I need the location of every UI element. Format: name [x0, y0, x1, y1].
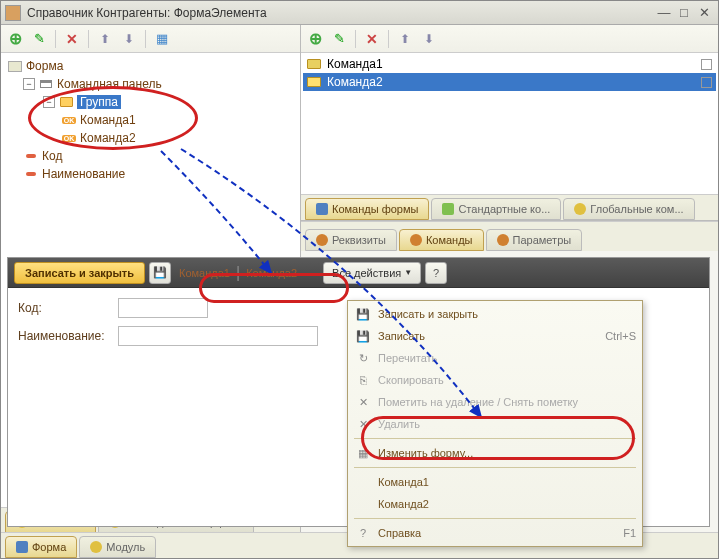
tab-rekvizity[interactable]: Реквизиты [305, 229, 397, 251]
tab-icon [497, 234, 509, 246]
menu-save[interactable]: 💾 Записать Ctrl+S [348, 325, 642, 347]
delete-button[interactable]: ✕ [62, 29, 82, 49]
folder-icon [307, 77, 321, 87]
menu-label: Справка [378, 527, 623, 539]
list-item[interactable]: Команда1 [303, 55, 716, 73]
checkbox[interactable] [701, 59, 712, 70]
code-label: Код: [18, 301, 118, 315]
shortcut: Ctrl+S [605, 330, 636, 342]
tab-icon [442, 203, 454, 215]
tab-form[interactable]: Форма [5, 536, 77, 558]
menu-cmd2[interactable]: Команда2 [348, 493, 642, 515]
save-button[interactable]: 💾 [149, 262, 171, 284]
tab-form-commands[interactable]: Команды формы [305, 198, 429, 220]
menu-reread[interactable]: ↻ Перечитать [348, 347, 642, 369]
menu-label: Скопировать [378, 374, 636, 386]
blank-icon [354, 474, 372, 490]
checkbox[interactable] [701, 77, 712, 88]
move-up-button[interactable]: ⬆ [395, 29, 415, 49]
menu-copy[interactable]: ⎘ Скопировать [348, 369, 642, 391]
toolbar-cmd2-link[interactable]: Команда2 [242, 267, 301, 279]
help-button[interactable]: ? [425, 262, 447, 284]
menu-change-form[interactable]: ▦ Изменить форму... [348, 442, 642, 464]
all-actions-menu: 💾 Записать и закрыть 💾 Записать Ctrl+S ↻… [347, 300, 643, 547]
add-button[interactable]: ⊕ [305, 29, 325, 49]
left-toolbar: ⊕ ✎ ✕ ⬆ ⬇ ▦ [1, 25, 300, 53]
save-icon: 💾 [354, 306, 372, 322]
tab-module[interactable]: Модуль [79, 536, 156, 558]
toolbar-cmd1-link[interactable]: Команда1 [175, 267, 234, 279]
save-icon: 💾 [354, 328, 372, 344]
code-input[interactable] [118, 298, 208, 318]
refresh-icon: ↻ [354, 350, 372, 366]
tab-icon [16, 541, 28, 553]
tab-parameters[interactable]: Параметры [486, 229, 583, 251]
tab-label: Параметры [513, 234, 572, 246]
tab-icon [316, 234, 328, 246]
list-label: Команда1 [327, 57, 383, 71]
button-label: Все действия [332, 267, 401, 279]
tab-commands[interactable]: Команды [399, 229, 484, 251]
move-down-button[interactable]: ⬇ [419, 29, 439, 49]
edit-button[interactable]: ✎ [329, 29, 349, 49]
list-item[interactable]: Команда2 [303, 73, 716, 91]
menu-help[interactable]: ? Справка F1 [348, 522, 642, 544]
close-button[interactable]: ✕ [694, 5, 714, 21]
tree-label-selected: Группа [77, 95, 121, 109]
tree-code[interactable]: Код [3, 147, 298, 165]
all-actions-button[interactable]: Все действия ▼ [323, 262, 421, 284]
tab-label: Реквизиты [332, 234, 386, 246]
wizard-button[interactable]: ▦ [152, 29, 172, 49]
delete-icon: ✕ [354, 416, 372, 432]
separator [355, 30, 356, 48]
menu-delete[interactable]: ✕ Удалить [348, 413, 642, 435]
tab-standard-commands[interactable]: Стандартные ко... [431, 198, 561, 220]
add-button[interactable]: ⊕ [5, 29, 25, 49]
command-list[interactable]: Команда1 Команда2 [301, 53, 718, 194]
save-close-button[interactable]: Записать и закрыть [14, 262, 145, 284]
right-top-tabs: Команды формы Стандартные ко... Глобальн… [301, 194, 718, 220]
tree-name[interactable]: Наименование [3, 165, 298, 183]
menu-save-close[interactable]: 💾 Записать и закрыть [348, 303, 642, 325]
separator [145, 30, 146, 48]
separator [88, 30, 89, 48]
menu-mark-delete[interactable]: ✕ Пометить на удаление / Снять пометку [348, 391, 642, 413]
tree-cmd1[interactable]: OK Команда1 [3, 111, 298, 129]
titlebar: Справочник Контрагенты: ФормаЭлемента — … [1, 1, 718, 25]
tab-icon [574, 203, 586, 215]
edit-button[interactable]: ✎ [29, 29, 49, 49]
separator [55, 30, 56, 48]
tab-label: Стандартные ко... [458, 203, 550, 215]
tree-label: Командная панель [57, 77, 162, 91]
window-title: Справочник Контрагенты: ФормаЭлемента [27, 6, 654, 20]
tab-label: Команды формы [332, 203, 418, 215]
right-toolbar: ⊕ ✎ ✕ ⬆ ⬇ [301, 25, 718, 53]
move-up-button[interactable]: ⬆ [95, 29, 115, 49]
copy-icon: ⎘ [354, 372, 372, 388]
name-input[interactable] [118, 326, 318, 346]
menu-cmd1[interactable]: Команда1 [348, 471, 642, 493]
tree-cmd2[interactable]: OK Команда2 [3, 129, 298, 147]
collapse-icon[interactable]: − [43, 96, 55, 108]
tree-command-panel[interactable]: − Командная панель [3, 75, 298, 93]
delete-button[interactable]: ✕ [362, 29, 382, 49]
menu-label: Записать [378, 330, 605, 342]
list-label: Команда2 [327, 75, 383, 89]
minimize-button[interactable]: — [654, 5, 674, 21]
tree-form-root[interactable]: Форма [3, 57, 298, 75]
tree-label: Форма [26, 59, 63, 73]
tab-global-commands[interactable]: Глобальные ком... [563, 198, 694, 220]
app-icon [5, 5, 21, 21]
collapse-icon[interactable]: − [23, 78, 35, 90]
tab-label: Команды [426, 234, 473, 246]
move-down-button[interactable]: ⬇ [119, 29, 139, 49]
tab-label: Форма [32, 541, 66, 553]
menu-label: Изменить форму... [378, 447, 636, 459]
right-mid-tabs: Реквизиты Команды Параметры [301, 221, 718, 251]
menu-label: Команда1 [378, 476, 636, 488]
tab-icon [316, 203, 328, 215]
menu-label: Команда2 [378, 498, 636, 510]
shortcut: F1 [623, 527, 636, 539]
tree-group[interactable]: − Группа [3, 93, 298, 111]
maximize-button[interactable]: □ [674, 5, 694, 21]
